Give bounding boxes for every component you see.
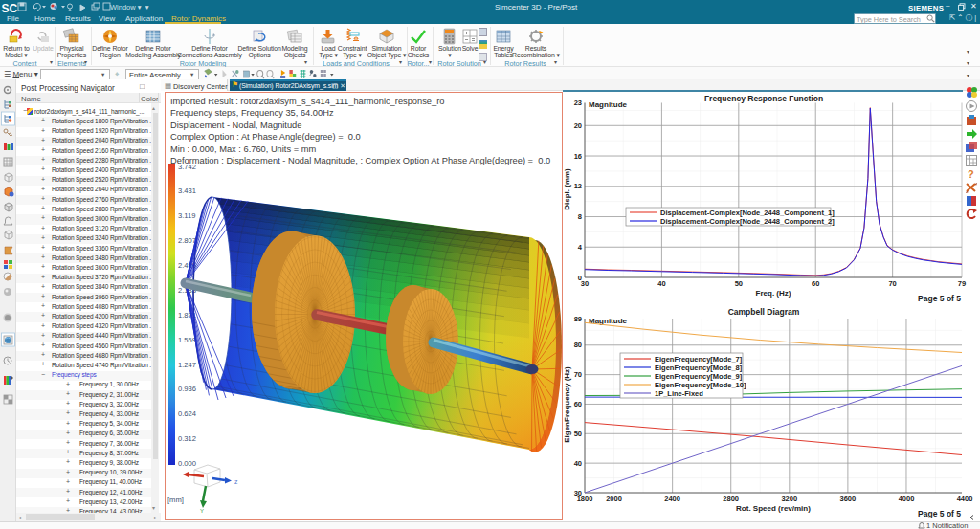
- svg-text:50: 50: [574, 430, 582, 438]
- svg-text:30: 30: [581, 279, 589, 288]
- svg-text:Displ. (mm): Displ. (mm): [563, 168, 571, 210]
- svg-text:16: 16: [574, 152, 582, 161]
- svg-text:EigenFrequency[Mode_8]: EigenFrequency[Mode_8]: [655, 364, 743, 372]
- svg-text:Magnitude: Magnitude: [589, 100, 628, 109]
- svg-text:Page 5 of 5: Page 5 of 5: [918, 294, 961, 303]
- svg-text:3600: 3600: [840, 495, 857, 503]
- svg-text:Freq. (Hz): Freq. (Hz): [756, 289, 791, 298]
- svg-text:EigenFrequency[Mode_9]: EigenFrequency[Mode_9]: [655, 372, 743, 381]
- svg-text:40: 40: [657, 279, 665, 288]
- svg-text:3200: 3200: [781, 495, 797, 503]
- svg-text:EigenFrequency (Hz): EigenFrequency (Hz): [563, 366, 571, 443]
- svg-text:89: 89: [574, 315, 582, 323]
- svg-text:60: 60: [574, 400, 582, 408]
- svg-text:Campbell Diagram: Campbell Diagram: [728, 307, 800, 317]
- svg-text:79: 79: [958, 279, 966, 288]
- svg-text:1800: 1800: [577, 495, 593, 503]
- svg-text:20: 20: [574, 121, 582, 130]
- svg-text:60: 60: [812, 279, 819, 288]
- svg-text:2400: 2400: [664, 495, 680, 503]
- svg-text:70: 70: [888, 279, 896, 288]
- svg-text:Frequency Response Function: Frequency Response Function: [704, 94, 823, 103]
- svg-text:50: 50: [735, 279, 743, 288]
- svg-text:23: 23: [574, 99, 582, 107]
- svg-text:Displacement-Complex[Node_2448: Displacement-Complex[Node_2448_Component…: [660, 217, 835, 226]
- svg-text:4400: 4400: [957, 495, 973, 503]
- svg-text:?: ?: [968, 168, 974, 180]
- svg-text:EigenFrequency[Mode_10]: EigenFrequency[Mode_10]: [655, 381, 746, 389]
- svg-text:Displacement-Complex[Node_2448: Displacement-Complex[Node_2448_Component…: [660, 209, 835, 217]
- svg-text:80: 80: [574, 341, 582, 349]
- svg-text:Page 5 of 5: Page 5 of 5: [918, 509, 961, 518]
- svg-text:12: 12: [574, 182, 582, 190]
- svg-text:8: 8: [578, 212, 582, 221]
- svg-text:2000: 2000: [606, 495, 622, 503]
- svg-text:1P_Line-Fixed: 1P_Line-Fixed: [655, 389, 703, 398]
- svg-text:4000: 4000: [899, 495, 915, 503]
- svg-text:EigenFrequency[Mode_7]: EigenFrequency[Mode_7]: [655, 355, 743, 364]
- svg-text:70: 70: [574, 370, 582, 379]
- svg-text:4: 4: [578, 243, 583, 252]
- svg-text:40: 40: [574, 459, 582, 468]
- svg-text:2800: 2800: [723, 495, 739, 503]
- svg-text:Rot. Speed (rev/min): Rot. Speed (rev/min): [736, 504, 811, 513]
